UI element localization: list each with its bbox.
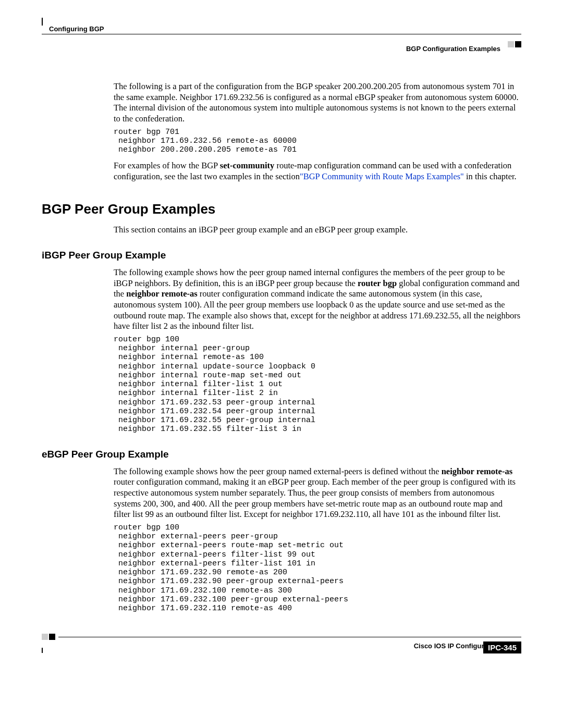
footer-doc-title: Cisco IOS IP Configuration Guide <box>42 642 521 650</box>
code-block-confederation: router bgp 701 neighbor 171.69.232.56 re… <box>114 128 521 155</box>
text-fragment: The following example shows how the peer… <box>114 466 442 476</box>
text-fragment: For examples of how the BGP <box>114 161 220 170</box>
header-marker-icon <box>508 41 514 47</box>
heading-ibgp-example: iBGP Peer Group Example <box>42 250 521 261</box>
code-block-ebgp: router bgp 100 neighbor external-peers p… <box>114 523 521 613</box>
intro-paragraph-1: The following is a part of the configura… <box>114 81 521 125</box>
code-block-ibgp: router bgp 100 neighbor internal peer-gr… <box>114 335 521 434</box>
page-number: IPC-345 <box>483 641 521 653</box>
bottom-crop-mark <box>42 648 43 653</box>
bold-term: router bgp <box>358 278 397 288</box>
top-crop-mark <box>42 18 43 26</box>
bold-term: set-community <box>220 161 274 170</box>
header-section: BGP Configuration Examples <box>42 45 500 53</box>
header-chapter: Configuring BGP <box>49 25 521 33</box>
text-fragment: in this chapter. <box>464 171 517 181</box>
text-fragment: router configuration command, making it … <box>114 477 516 519</box>
ebgp-paragraph: The following example shows how the peer… <box>114 466 521 520</box>
footer-marker-icon <box>49 634 55 640</box>
heading-ebgp-example: eBGP Peer Group Example <box>42 449 521 460</box>
cross-reference-link[interactable]: "BGP Community with Route Maps Examples" <box>300 171 464 181</box>
main-content: The following is a part of the configura… <box>114 81 521 613</box>
intro-paragraph-2: For examples of how the BGP set-communit… <box>114 161 521 182</box>
footer-marker-icon <box>42 634 48 640</box>
footer: Cisco IOS IP Configuration Guide IPC-345 <box>42 634 521 656</box>
ibgp-paragraph: The following example shows how the peer… <box>114 267 521 332</box>
heading-bgp-peer-group-examples: BGP Peer Group Examples <box>42 201 521 217</box>
section-intro: This section contains an iBGP peer group… <box>114 225 521 236</box>
header-marker-icon <box>515 41 521 47</box>
bold-term: neighbor remote-as <box>442 466 512 476</box>
footer-rule <box>58 637 521 637</box>
bold-term: neighbor remote-as <box>126 289 197 299</box>
header-rule <box>42 34 521 34</box>
